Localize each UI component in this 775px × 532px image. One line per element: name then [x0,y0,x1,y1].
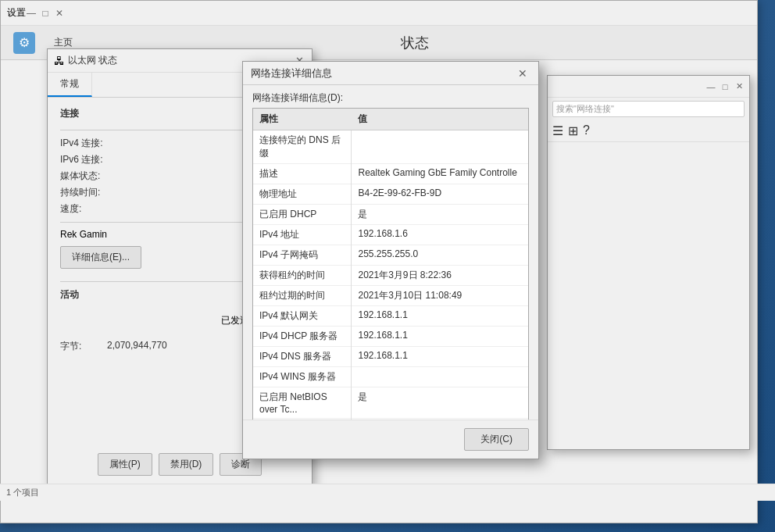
net-conn-toolbar: ☰ ⊞ ? [548,120,749,142]
table-row: 获得租约的时间2021年3月9日 8:22:36 [253,266,528,286]
property-cell: 物理地址 [253,184,352,205]
property-cell: 描述 [253,164,352,184]
property-cell: IPv4 DHCP 服务器 [253,327,352,347]
ipv6-connection-label: IPv6 连接: [60,153,107,166]
net-conn-close-btn[interactable]: ✕ [734,81,745,92]
net-conn-search-bar[interactable]: 搜索"网络连接" [552,101,745,117]
grid-view-btn[interactable]: ⊞ [568,123,578,138]
property-cell: IPv4 子网掩码 [253,245,352,266]
dialog-titlebar: 网络连接详细信息 ✕ [243,62,538,85]
table-row: 连接特定的 DNS 后缀 [253,130,528,164]
property-cell: 连接特定的 DNS 后缀 [253,130,352,164]
table-row: IPv4 DNS 服务器192.168.1.1 [253,347,528,367]
value-cell: B4-2E-99-62-FB-9D [352,184,528,205]
details-button[interactable]: 详细信息(E)... [60,246,141,269]
settings-close-btn[interactable]: ✕ [54,8,65,19]
status-bar: 1 个项目 [0,484,775,501]
dialog-footer: 关闭(C) [243,420,538,459]
network-details-dialog: 网络连接详细信息 ✕ 网络连接详细信息(D): 属性 值 连接特定的 DNS 后… [242,61,539,459]
details-table-container[interactable]: 属性 值 连接特定的 DNS 后缀描述Realtek Gaming GbE Fa… [252,108,529,420]
col-property-header: 属性 [253,109,352,130]
properties-button[interactable]: 属性(P) [98,453,152,476]
table-row: 已启用 DHCP是 [253,205,528,225]
dialog-close-icon-btn[interactable]: ✕ [515,66,530,81]
duration-label: 持续时间: [60,186,107,199]
dialog-close-action-btn[interactable]: 关闭(C) [464,428,529,451]
value-cell: 2021年3月10日 11:08:49 [352,286,528,306]
table-row: IPv4 WINS 服务器 [253,367,528,387]
value-cell: 2021年3月9日 8:22:36 [352,266,528,286]
table-row: 描述Realtek Gaming GbE Family Controlle [253,164,528,184]
dialog-title: 网络连接详细信息 [251,66,515,80]
value-cell: Realtek Gaming GbE Family Controlle [352,164,528,184]
settings-title: 设置 [7,6,26,20]
settings-titlebar: 设置 — □ ✕ [1,1,757,26]
value-cell [352,130,528,164]
col-value-header: 值 [352,109,528,130]
ipv4-connection-label: IPv4 连接: [60,137,107,150]
property-cell: 租约过期的时间 [253,286,352,306]
status-text: 1 个项目 [6,487,39,498]
bytes-label: 字节: [60,340,107,353]
value-cell: 192.168.1.1 [352,306,528,327]
search-placeholder: 搜索"网络连接" [556,103,614,115]
value-cell [352,367,528,387]
settings-icon: ⚙ [13,32,35,54]
table-row: IPv4 子网掩码255.255.255.0 [253,245,528,266]
property-cell: IPv4 地址 [253,225,352,245]
settings-minimize-btn[interactable]: — [26,8,37,19]
sent-label: 已发送 [60,314,249,327]
disable-button[interactable]: 禁用(D) [159,453,214,476]
details-table: 属性 值 连接特定的 DNS 后缀描述Realtek Gaming GbE Fa… [253,109,528,420]
media-status-label: 媒体状态: [60,170,107,183]
property-cell: IPv4 默认网关 [253,306,352,327]
settings-nav-home[interactable]: 主页 [54,36,73,49]
table-row: 物理地址B4-2E-99-62-FB-9D [253,184,528,205]
value-cell: 192.168.1.6 [352,225,528,245]
view-details-btn[interactable]: ☰ [552,123,563,138]
property-cell: 获得租约的时间 [253,266,352,286]
help-btn[interactable]: ? [583,123,590,138]
table-row: IPv4 DHCP 服务器192.168.1.1 [253,327,528,347]
property-cell: IPv4 DNS 服务器 [253,347,352,367]
property-cell: 已启用 DHCP [253,205,352,225]
table-row: IPv4 地址192.168.1.6 [253,225,528,245]
table-row: 已启用 NetBIOS over Tc...是 [253,387,528,419]
value-cell: 192.168.1.1 [352,327,528,347]
value-cell: 192.168.1.1 [352,347,528,367]
settings-titlebar-controls: — □ ✕ [26,8,65,19]
table-row: 租约过期的时间2021年3月10日 11:08:49 [253,286,528,306]
value-cell: 是 [352,387,528,419]
net-conn-titlebar: — □ ✕ [548,76,749,98]
ethernet-tab-general[interactable]: 常规 [48,73,92,97]
property-cell: IPv4 WINS 服务器 [253,367,352,387]
table-row: IPv4 默认网关192.168.1.1 [253,306,528,327]
net-conn-minimize-btn[interactable]: — [705,81,716,92]
property-cell: 已启用 NetBIOS over Tc... [253,387,352,419]
speed-label: 速度: [60,202,107,216]
settings-maximize-btn[interactable]: □ [40,8,51,19]
net-conn-maximize-btn[interactable]: □ [720,81,730,92]
ethernet-window-icon: 🖧 [54,55,65,67]
net-connections-window: — □ ✕ 搜索"网络连接" ☰ ⊞ ? [547,75,750,450]
value-cell: 255.255.255.0 [352,245,528,266]
dialog-section-label: 网络连接详细信息(D): [243,85,538,108]
value-cell: 是 [352,205,528,225]
